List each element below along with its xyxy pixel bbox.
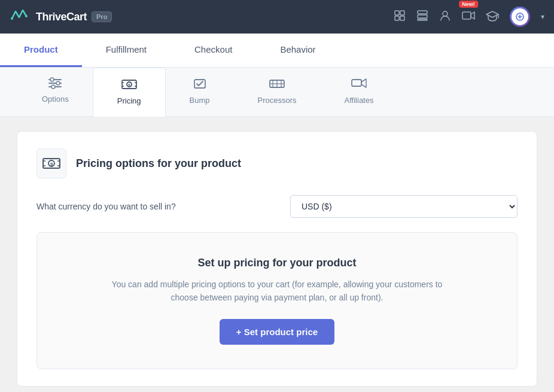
svg-rect-32: [352, 80, 361, 86]
new-badge: New!: [459, 1, 478, 8]
pricing-setup-box: Set up pricing for your product You can …: [36, 232, 518, 369]
tab-checkout[interactable]: Checkout: [171, 34, 256, 67]
subtab-processors[interactable]: Processors: [234, 68, 321, 116]
tab-fulfillment[interactable]: Fulfillment: [82, 34, 171, 67]
subtab-processors-label: Processors: [258, 96, 297, 105]
grid-icon[interactable]: [416, 10, 428, 25]
card-header: $ Pricing options for your product: [36, 148, 518, 178]
pricing-icon: $: [121, 78, 138, 93]
pricing-card: $ Pricing options for your product What …: [17, 131, 537, 387]
subtab-pricing-label: Pricing: [117, 96, 141, 105]
money-icon: $: [36, 148, 66, 178]
svg-point-1: [25, 15, 28, 17]
subtab-affiliates-label: Affiliates: [345, 96, 374, 105]
avatar-inner: [512, 8, 528, 25]
options-icon: [48, 77, 62, 91]
svg-point-18: [51, 85, 55, 89]
pricing-box-title: Set up pricing for your product: [56, 257, 498, 269]
logo-icon: [10, 7, 31, 27]
svg-point-9: [443, 11, 448, 16]
subtab-affiliates[interactable]: Affiliates: [321, 68, 398, 116]
bump-icon: [193, 77, 207, 92]
svg-rect-4: [395, 16, 399, 20]
svg-rect-10: [462, 12, 471, 19]
currency-row: What currency do you want to sell in? US…: [36, 195, 518, 218]
logo-text: ThriveCart: [36, 11, 87, 23]
svg-point-16: [50, 78, 54, 81]
main-tab-bar: Product Fulfillment Checkout Behavior: [0, 34, 554, 68]
affiliates-icon: [351, 77, 367, 92]
set-product-price-button[interactable]: + Set product price: [220, 319, 334, 345]
avatar-chevron-icon[interactable]: ▾: [541, 13, 544, 21]
subtab-options[interactable]: Options: [18, 68, 93, 116]
svg-point-17: [56, 81, 60, 85]
subtab-bump[interactable]: Bump: [166, 68, 234, 116]
user-icon[interactable]: [439, 10, 451, 25]
main-content: $ Pricing options for your product What …: [0, 117, 554, 392]
svg-rect-8: [418, 19, 427, 20]
logo-area: ThriveCart Pro: [10, 7, 112, 27]
video-icon[interactable]: New!: [462, 10, 475, 24]
avatar-button[interactable]: [510, 7, 530, 27]
card-title: Pricing options for your product: [76, 157, 241, 170]
svg-rect-3: [400, 11, 404, 15]
layout-icon[interactable]: [394, 10, 406, 25]
svg-text:$: $: [50, 162, 53, 167]
svg-rect-6: [418, 11, 427, 14]
top-navigation: ThriveCart Pro New!: [0, 0, 554, 34]
pricing-box-desc: You can add multiple pricing options to …: [109, 278, 445, 305]
nav-actions: New! ▾: [394, 7, 544, 27]
currency-label: What currency do you want to sell in?: [36, 202, 176, 211]
svg-rect-5: [400, 16, 404, 20]
graduation-icon[interactable]: [486, 10, 499, 25]
svg-rect-2: [395, 11, 399, 15]
sub-tab-bar: Options $ Pricing Bump: [0, 68, 554, 117]
currency-select[interactable]: USD ($) EUR (€) GBP (£) CAD (CA$) AUD (A…: [290, 195, 518, 218]
svg-point-0: [11, 17, 13, 20]
tab-behavior[interactable]: Behavior: [256, 34, 339, 67]
processors-icon: [269, 77, 285, 92]
subtab-pricing[interactable]: $ Pricing: [93, 68, 166, 117]
svg-text:$: $: [128, 83, 130, 88]
svg-rect-7: [418, 15, 427, 18]
subtab-bump-label: Bump: [190, 96, 210, 105]
tab-product[interactable]: Product: [0, 34, 82, 67]
subtab-options-label: Options: [42, 95, 69, 104]
pro-badge: Pro: [92, 11, 112, 22]
